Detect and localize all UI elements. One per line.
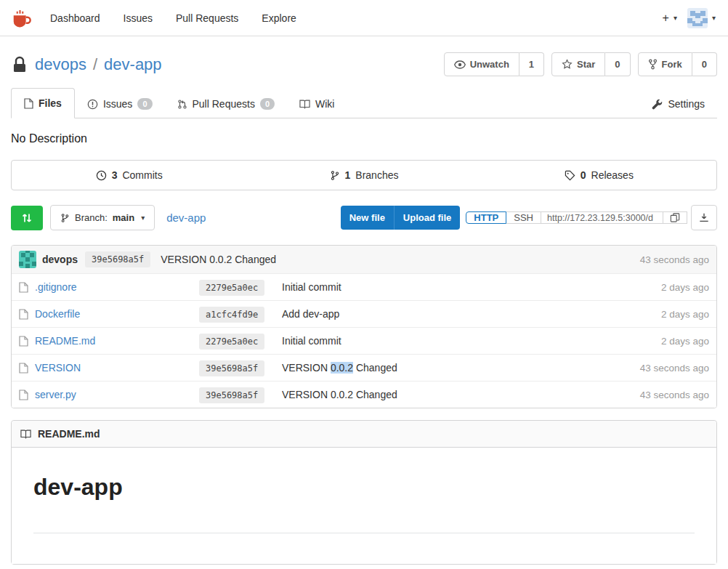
tab-settings[interactable]: Settings [639,89,717,118]
repo-description: No Description [11,132,717,145]
compare-arrows-icon [21,212,33,224]
star-icon [562,59,573,70]
commit-message[interactable]: VERSION 0.0.2 Changed [161,254,276,265]
file-commit-message[interactable]: Initial commit [282,281,654,293]
copy-url-button[interactable] [663,211,687,224]
file-icon [19,282,28,293]
clone-url-input[interactable] [541,211,663,224]
watch-group: Unwatch 1 [444,52,544,76]
table-row: .gitignore 2279e5a0ec Initial commit 2 d… [12,273,716,300]
nav-dashboard[interactable]: Dashboard [50,12,100,24]
fork-button[interactable]: Fork [638,52,692,76]
star-count[interactable]: 0 [605,52,630,76]
repo-owner-link[interactable]: devops [35,55,86,74]
download-icon [699,212,709,223]
file-commit-sha[interactable]: 39e5698a5f [199,360,264,376]
top-navbar: Dashboard Issues Pull Requests Explore + [0,0,728,36]
file-icon [24,98,33,109]
file-commit-message[interactable]: Add dev-app [282,308,654,320]
file-commit-sha[interactable]: 2279e5a0ec [199,280,264,296]
file-commit-message[interactable]: VERSION 0.0.2 Changed [282,389,633,400]
readme-header: README.md [12,421,716,448]
lock-icon [11,55,28,74]
committer-name[interactable]: devops [42,254,78,265]
star-group: Star 0 [551,52,631,76]
user-avatar [687,8,708,28]
stat-commits[interactable]: 3Commits [12,161,246,190]
nav-issues[interactable]: Issues [124,12,153,24]
tab-wiki[interactable]: Wiki [287,89,347,118]
nav-explore[interactable]: Explore [262,12,296,24]
breadcrumb-repo-link[interactable]: dev-app [166,211,206,224]
create-new-button[interactable]: + [661,9,679,28]
branch-icon [60,213,70,223]
repo-name-link[interactable]: dev-app [104,55,162,74]
branch-icon [330,170,340,181]
branch-dropdown[interactable]: Branch:main [50,205,155,230]
file-link[interactable]: Dockerfile [35,308,80,320]
http-toggle[interactable]: HTTP [466,211,506,224]
file-link[interactable]: VERSION [35,362,81,374]
commit-time: 43 seconds ago [633,254,709,265]
unwatch-button[interactable]: Unwatch [444,52,519,76]
copy-icon [670,212,680,223]
table-row: server.py 39e5698a5f VERSION 0.0.2 Chang… [12,381,716,408]
readme-panel: README.md dev-app [11,420,717,565]
ssh-toggle[interactable]: SSH [506,211,541,224]
nav-pull-requests[interactable]: Pull Requests [176,12,238,24]
file-link[interactable]: server.py [35,389,76,400]
file-table: devops 39e5698a5f VERSION 0.0.2 Changed … [11,245,717,408]
tab-files[interactable]: Files [11,88,75,118]
file-commit-sha[interactable]: 2279e5a0ec [199,334,264,350]
file-link[interactable]: .gitignore [35,281,77,293]
file-icon [19,390,28,400]
fork-icon [648,59,658,70]
readme-content: dev-app [12,448,716,564]
table-row: Dockerfile a1cfc4fd9e Add dev-app 2 days… [12,300,716,327]
file-commit-time: 43 seconds ago [633,363,709,374]
tag-icon [565,170,575,181]
latest-commit-row: devops 39e5698a5f VERSION 0.0.2 Changed … [12,246,716,273]
tab-pull-requests[interactable]: Pull Requests 0 [165,89,288,118]
book-icon [20,429,31,439]
pull-request-icon [177,99,187,110]
fork-count[interactable]: 0 [692,52,717,76]
file-commit-sha[interactable]: 39e5698a5f [199,387,264,403]
readme-heading: dev-app [33,474,695,533]
eye-icon [454,60,466,69]
repo-tabs: Files Issues 0 Pull Requests [11,88,717,118]
wrench-icon [652,99,663,110]
user-menu-button[interactable] [686,5,717,31]
watch-count[interactable]: 1 [519,52,544,76]
file-commit-message[interactable]: Initial commit [282,335,654,347]
download-button[interactable] [691,205,717,230]
tab-issues[interactable]: Issues 0 [75,89,165,118]
repo-stats-bar: 3Commits 1Branches 0Releases [11,160,717,190]
table-row: README.md 2279e5a0ec Initial commit 2 da… [12,327,716,354]
star-button[interactable]: Star [551,52,605,76]
pulls-count-badge: 0 [260,98,275,110]
plus-icon: + [663,12,669,25]
issue-icon [87,99,98,110]
file-commit-time: 43 seconds ago [633,390,709,400]
upload-file-button[interactable]: Upload file [394,206,460,230]
readme-filename: README.md [38,428,100,440]
new-file-button[interactable]: New file [341,206,394,230]
file-link[interactable]: README.md [35,335,95,347]
file-icon [19,309,28,320]
file-icon [19,336,28,347]
file-commit-message[interactable]: VERSION 0.0.2 Changed [282,362,633,374]
book-icon [299,99,310,109]
gitea-logo[interactable] [11,7,33,29]
stat-releases[interactable]: 0Releases [482,161,716,190]
compare-button[interactable] [11,206,43,230]
table-row: VERSION 39e5698a5f VERSION 0.0.2 Changed… [12,354,716,381]
commit-sha-badge[interactable]: 39e5698a5f [85,251,150,267]
committer-avatar[interactable] [19,251,36,268]
file-commit-sha[interactable]: a1cfc4fd9e [199,307,264,323]
repo-header: devops / dev-app Unwatch 1 [11,52,717,76]
breadcrumb: dev-app [166,211,206,224]
fork-group: Fork 0 [638,52,717,76]
stat-branches[interactable]: 1Branches [246,161,481,190]
issues-count-badge: 0 [137,98,152,110]
